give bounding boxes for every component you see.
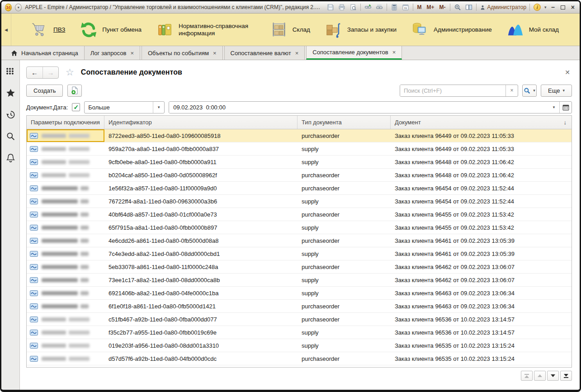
save-button[interactable] xyxy=(326,3,335,11)
table-row[interactable]: 019e203f-a956-11ed-0a80-08dd001a3310 sup… xyxy=(27,339,572,352)
maximize-button[interactable] xyxy=(559,4,567,11)
connection-name-blurred xyxy=(42,278,89,282)
scroll-up-button[interactable] xyxy=(534,371,546,381)
table-row[interactable]: 73ee1c17-a8a2-11ed-0a80-08dd0000ca8b sup… xyxy=(27,274,572,287)
section-pvz[interactable]: ПВЗ xyxy=(31,21,65,38)
table-row[interactable]: 9cfb0ebe-a8a0-11ed-0a80-0fbb0000a911 sup… xyxy=(27,156,572,169)
add-to-favorites-star-icon[interactable]: ☆ xyxy=(66,67,74,78)
memory-plus-button[interactable]: M+ xyxy=(426,4,435,10)
search-input[interactable] xyxy=(400,85,505,96)
date-picker-button[interactable] xyxy=(559,102,572,113)
filter-condition-select[interactable]: Больше ▾ xyxy=(84,101,165,113)
more-button[interactable]: Еще ▾ xyxy=(541,85,572,97)
minimize-button[interactable]: − xyxy=(550,4,556,11)
tab-home[interactable]: Начальная страница xyxy=(5,46,84,60)
printer-icon xyxy=(338,4,345,11)
scroll-top-button[interactable] xyxy=(521,371,533,381)
table-row[interactable]: 76722ff4-a8a1-11ed-0a80-09630000a3b6 sup… xyxy=(27,195,572,208)
info-menu-caret-icon[interactable]: ▾ xyxy=(544,5,547,9)
close-tab-icon[interactable]: × xyxy=(295,50,299,57)
divider xyxy=(387,4,387,11)
filter-date-input[interactable] xyxy=(169,102,548,113)
row-doc-type: purchaseorder xyxy=(298,211,391,218)
table-row[interactable]: 6f1e0f18-a861-11ed-0a80-0fb5000d1421 pur… xyxy=(27,300,572,313)
date-caret-icon[interactable]: ▾ xyxy=(548,102,559,113)
table-row[interactable]: 1e56f32a-a857-11ed-0a80-11f00009a9d0 pur… xyxy=(27,182,572,195)
sidebar-history-button[interactable] xyxy=(6,110,15,119)
get-link-button[interactable] xyxy=(375,3,383,11)
back-button[interactable]: ← xyxy=(27,67,43,78)
system-menu-button[interactable]: ▾ xyxy=(15,4,22,11)
print-preview-button[interactable] xyxy=(349,3,357,11)
close-window-button[interactable]: × xyxy=(570,4,576,11)
scroll-down-button[interactable] xyxy=(547,371,559,381)
print-button[interactable] xyxy=(338,3,346,11)
table-row[interactable]: 5eb33078-a861-11ed-0a80-11f0000c248a pur… xyxy=(27,260,572,274)
close-tab-icon[interactable]: × xyxy=(213,50,217,57)
close-tab-icon[interactable]: × xyxy=(392,49,396,56)
table-row[interactable]: 40bf64d8-a857-11ed-0a80-01cf000a0e73 pur… xyxy=(27,208,572,221)
calculator-button[interactable] xyxy=(390,3,398,11)
user-icon xyxy=(480,5,486,10)
scroll-bottom-button[interactable] xyxy=(560,371,572,381)
column-header-doc-type[interactable]: Тип документа xyxy=(298,116,391,129)
divider xyxy=(360,4,361,11)
sidebar-favorites-button[interactable] xyxy=(6,88,15,98)
add-link-button[interactable] xyxy=(364,3,372,11)
create-copy-button[interactable] xyxy=(67,85,82,97)
section-master-data[interactable]: Нормативно-справочная информация xyxy=(156,21,255,38)
table-row[interactable]: b0204caf-a850-11ed-0a80-0d050008962f pur… xyxy=(27,169,572,182)
close-tab-icon[interactable]: × xyxy=(130,50,134,57)
close-form-icon[interactable]: ✕ xyxy=(563,68,572,77)
split-window-button[interactable] xyxy=(465,3,473,11)
memory-minus-button[interactable]: M- xyxy=(439,4,447,10)
column-header-identifier[interactable]: Идентификатор xyxy=(104,116,298,129)
sidebar-menu-button[interactable] xyxy=(6,66,15,76)
table-row[interactable]: f35c2b77-a955-11ed-0a80-0fbb0019c69e sup… xyxy=(27,326,572,339)
section-inventory-purchasing[interactable]: Запасы и закупки xyxy=(325,21,397,38)
connection-params-icon xyxy=(30,251,38,257)
table-row[interactable]: 6921406b-a8a2-11ed-0a80-04fe0000c1ba sup… xyxy=(27,287,572,300)
sidebar-notifications-button[interactable] xyxy=(6,153,15,163)
section-exchange-point[interactable]: Пункт обмена xyxy=(80,21,142,38)
filter-checkbox[interactable]: ✓ xyxy=(72,103,80,111)
memory-button[interactable]: M xyxy=(416,4,423,10)
clear-search-icon[interactable]: × xyxy=(505,85,518,96)
table-row[interactable]: d57d57f6-a92b-11ed-0a80-04fb000d0cdc pur… xyxy=(27,352,572,365)
column-header-document[interactable]: Документ ↓ xyxy=(391,116,572,129)
calendar-button[interactable]: 31 xyxy=(402,3,410,11)
row-identifier: 7c4e3edd-a8a2-11ed-0a80-08dd0000cbd1 xyxy=(104,250,298,257)
table-row[interactable]: 4e6cdd26-a861-11ed-0a80-0fb5000d08a8 pur… xyxy=(27,234,572,247)
section-moysklad[interactable]: Мой склад xyxy=(507,21,559,38)
row-document: Заказ клиента 96449 от 09.02.2023 11:05:… xyxy=(391,132,572,139)
tab-label: Лог запросов xyxy=(90,50,127,57)
collapse-panel-button[interactable]: ◀ xyxy=(1,14,11,46)
table-row[interactable]: 7c4e3edd-a8a2-11ed-0a80-08dd0000cbd1 sup… xyxy=(27,247,572,260)
section-administration[interactable]: Администрирование xyxy=(411,21,492,38)
search-button[interactable]: ▾ xyxy=(522,85,537,97)
table-row[interactable]: 959a270a-a8a0-11ed-0a80-0fbb0000a837 sup… xyxy=(27,142,572,156)
tab-label: Объекты по событиям xyxy=(148,50,209,57)
more-button-label: Еще xyxy=(548,87,560,94)
current-user-button[interactable]: Администратор xyxy=(480,4,527,10)
create-button[interactable]: Создать xyxy=(26,85,63,97)
combo-caret-icon[interactable]: ▾ xyxy=(153,102,164,113)
sidebar-search-button[interactable] xyxy=(6,132,15,141)
row-document: Заказ клиента 96536 от 10.02.2023 13:14:… xyxy=(391,329,572,336)
zoom-button[interactable] xyxy=(453,3,462,11)
column-header-connection[interactable]: Параметры подключения xyxy=(27,116,104,129)
section-warehouse[interactable]: Склад xyxy=(270,21,310,38)
tab-log-zaprosov[interactable]: Лог запросов × xyxy=(84,46,140,60)
section-label: Администрирование xyxy=(434,26,492,33)
tab-sopostavlenie-dokumentov[interactable]: Сопоставление документов × xyxy=(306,46,402,60)
table-row[interactable]: c51fb467-a92b-11ed-0a80-0fba000dd077 pur… xyxy=(27,313,572,326)
info-icon: i xyxy=(534,4,541,11)
table-row[interactable]: 65f7915a-a8a1-11ed-0a80-0fbb0000b897 sup… xyxy=(27,221,572,234)
tab-obekty-po-sobytiyam[interactable]: Объекты по событиям × xyxy=(142,46,223,60)
info-button[interactable]: i xyxy=(533,3,541,11)
forward-button[interactable]: → xyxy=(43,67,58,78)
table-row[interactable]: 8722eed3-a850-11ed-0a80-109600085918 pur… xyxy=(27,129,572,142)
tab-sopostavlenie-valyut[interactable]: Сопоставление валют × xyxy=(224,46,305,60)
row-connection xyxy=(27,142,104,155)
list-toolbar: Создать × ▾ Еще ▾ xyxy=(26,82,572,99)
